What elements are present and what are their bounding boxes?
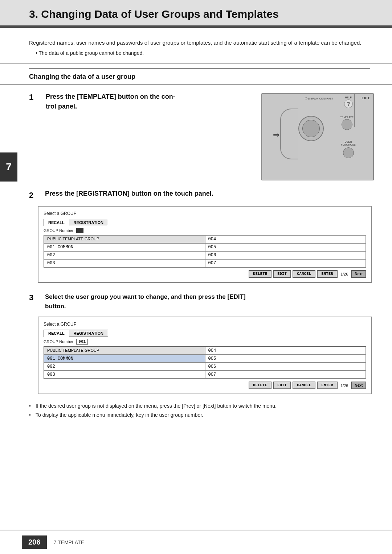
control-panel-image: EXTE ① DISPLAY CONTRAST HELP ? [261, 93, 374, 180]
tp2-cancel-button[interactable]: CANCEL [293, 382, 315, 389]
tp2-enter-button[interactable]: ENTER [317, 382, 338, 389]
tp2-group-number-row: GROUP Number 001 [44, 339, 366, 345]
tp2-delete-button[interactable]: DELETE [249, 382, 271, 389]
help-button-icon: ? [344, 99, 353, 108]
tp1-cell-006[interactable]: 006 [205, 251, 366, 259]
tp1-group-number-row: GROUP Number [44, 228, 366, 233]
display-contrast-label: ① DISPLAY CONTRAST [305, 97, 333, 101]
tp1-cell-005[interactable]: 005 [205, 243, 366, 251]
tp1-cell-003[interactable]: 003 [44, 259, 205, 267]
panel-curve-shape [280, 109, 298, 159]
step-1-number: 1 [29, 93, 38, 102]
tp2-cell-001-selected[interactable]: 001 COMMON [44, 355, 205, 363]
tp1-tab-registration[interactable]: REGISTRATION [69, 219, 108, 226]
tp2-tab-registration[interactable]: REGISTRATION [69, 330, 108, 337]
tp1-delete-button[interactable]: DELETE [249, 270, 271, 278]
page: 3. Changing Data of User Groups and Temp… [0, 0, 392, 554]
tp2-grid: PUBLIC TEMPLATE GROUP 004 001 COMMON 005… [44, 346, 366, 379]
tp1-cell-public[interactable]: PUBLIC TEMPLATE GROUP [44, 235, 205, 243]
note-1: If the desired user group is not display… [29, 402, 370, 410]
rotary-knob [298, 116, 324, 141]
tp1-tab-recall[interactable]: RECALL [44, 219, 69, 226]
tp1-cell-002[interactable]: 002 [44, 251, 205, 259]
note-2: To display the applicable menu immediate… [29, 411, 370, 419]
tp2-next-button[interactable]: Next [351, 382, 366, 389]
tp1-cell-001[interactable]: 001 COMMON [44, 243, 205, 251]
intro-text: Registered names, user names and passwor… [29, 38, 370, 47]
tp1-grid: PUBLIC TEMPLATE GROUP 004 001 COMMON 005… [44, 235, 366, 268]
tp2-cell-003[interactable]: 003 [44, 371, 205, 379]
template-area: TEMPLATE [340, 116, 354, 130]
tp1-tabs: RECALL REGISTRATION [44, 219, 366, 226]
touch-panel-2: Select a GROUP RECALL REGISTRATION GROUP… [38, 317, 372, 394]
panel-arrow-icon: ⇒ [273, 130, 279, 140]
help-area: HELP ? [344, 96, 353, 108]
tp1-cancel-button[interactable]: CANCEL [293, 270, 315, 278]
tp2-cell-public[interactable]: PUBLIC TEMPLATE GROUP [44, 347, 205, 355]
tp2-tab-recall[interactable]: RECALL [44, 330, 69, 337]
footer: 206 7.TEMPLATE [0, 530, 392, 554]
footer-section-label: 7.TEMPLATE [53, 539, 84, 545]
tp1-enter-button[interactable]: ENTER [317, 270, 338, 278]
exte-label: EXTE [362, 96, 370, 100]
notes-section: If the desired user group is not display… [0, 399, 392, 442]
step-3-number: 3 [29, 293, 38, 302]
step-1-content: Press the [TEMPLATE] button on the con- … [46, 92, 374, 180]
tp1-next-button[interactable]: Next [351, 270, 366, 278]
touch-panel-1: Select a GROUP RECALL REGISTRATION GROUP… [38, 206, 372, 283]
intro-section: Registered names, user names and passwor… [0, 28, 392, 64]
tp2-cell-005[interactable]: 005 [205, 355, 366, 363]
tp2-cell-002[interactable]: 002 [44, 363, 205, 371]
tp2-title: Select a GROUP [44, 322, 366, 327]
tp1-page-info: 1/26 [340, 272, 348, 276]
tp2-cell-004[interactable]: 004 [205, 347, 366, 355]
footer-page-number: 206 [22, 535, 47, 549]
tp2-cell-007[interactable]: 007 [205, 371, 366, 379]
tp1-cell-004[interactable]: 004 [205, 235, 366, 243]
tp2-page-info: 1/26 [340, 383, 348, 388]
tp1-edit-button[interactable]: EDIT [273, 270, 291, 278]
tp1-group-num-indicator [76, 228, 83, 233]
template-button-icon [342, 119, 352, 130]
tp2-tabs: RECALL REGISTRATION [44, 330, 366, 337]
step-1-text: Press the [TEMPLATE] button on the con- … [46, 92, 253, 111]
tp1-actions: DELETE EDIT CANCEL ENTER 1/26 Next [44, 270, 366, 278]
intro-bullet: The data of a public group cannot be cha… [36, 49, 370, 57]
step-3-text: Select the user group you want to change… [45, 292, 246, 311]
tp2-actions: DELETE EDIT CANCEL ENTER 1/26 Next [44, 382, 366, 389]
tp2-group-num-value: 001 [76, 339, 88, 345]
sidebar-number: 7 [0, 152, 17, 182]
page-title: 3. Changing Data of User Groups and Temp… [29, 8, 370, 20]
tp2-edit-button[interactable]: EDIT [273, 382, 291, 389]
step-2-number: 2 [29, 191, 38, 200]
step-2-text: Press the [REGISTRATION] button on the t… [45, 190, 213, 197]
user-functions-button-icon [343, 147, 354, 158]
tp1-cell-007[interactable]: 007 [205, 259, 366, 267]
tp2-cell-006[interactable]: 006 [205, 363, 366, 371]
section-heading: Changing the data of a user group [29, 73, 135, 80]
user-functions-area: USERFUNCTIONS [341, 140, 356, 158]
tp1-title: Select a GROUP [44, 211, 366, 216]
